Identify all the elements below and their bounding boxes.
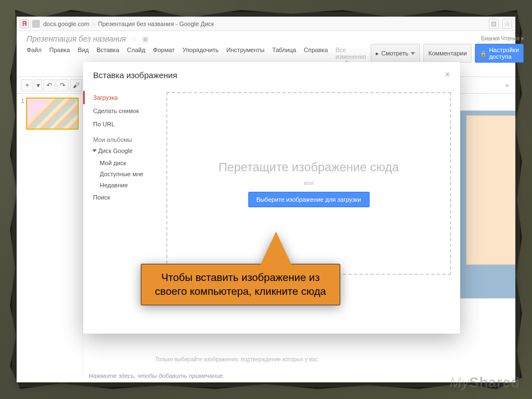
sidebar-item-url[interactable]: По URL <box>83 117 166 131</box>
folder-icon[interactable]: ▣ <box>142 35 149 43</box>
chevron-down-icon <box>411 52 415 55</box>
slide-preview <box>460 110 515 299</box>
breadcrumb-separator: › <box>93 21 95 27</box>
browser-address-bar: Я docs.google.com › Презентация без назв… <box>17 17 515 31</box>
star-outline-icon[interactable]: ☆ <box>130 34 137 43</box>
choose-file-button[interactable]: Выберите изображение для загрузки <box>248 192 370 207</box>
comments-button[interactable]: Комментарии <box>423 44 472 63</box>
dropzone-or: или <box>304 180 313 186</box>
new-slide-menu[interactable]: ▾ <box>34 79 42 91</box>
sidebar-item-snapshot[interactable]: Сделать снимок <box>83 104 166 117</box>
dropzone-text: Перетащите изображение сюда <box>218 160 399 175</box>
sidebar-item-albums[interactable]: Мои альбомы <box>83 131 166 144</box>
sidebar-item-drive[interactable]: Диск Google <box>83 144 166 157</box>
sidebar-item-search[interactable]: Поиск <box>83 191 166 204</box>
dialog-title: Вставка изображения <box>93 70 177 80</box>
undo-button[interactable]: ↶ <box>43 79 55 91</box>
image-rights-hint: Только выбирайте изображения, подтвержде… <box>155 356 504 362</box>
menu-edit[interactable]: Правка <box>49 47 70 73</box>
lock-icon: 🔒 <box>480 50 487 57</box>
yandex-logo-icon[interactable]: Я <box>20 19 29 28</box>
sidebar-item-my-drive[interactable]: Мой диск <box>83 157 166 168</box>
callout-text: Чтобы вставить изображение из своего ком… <box>141 264 340 305</box>
slide-thumbnails: 1 <box>17 94 83 382</box>
watermark: MyShared <box>449 374 520 391</box>
upload-dropzone[interactable]: Перетащите изображение сюда или Выберите… <box>166 92 451 275</box>
star-icon[interactable]: ☆ <box>502 19 512 29</box>
redo-button[interactable]: ↷ <box>57 79 69 91</box>
instruction-callout: Чтобы вставить изображение из своего ком… <box>141 264 340 305</box>
slide-thumbnail[interactable] <box>27 98 78 129</box>
caret-down-icon <box>93 150 97 152</box>
share-button[interactable]: 🔒Настройки доступа <box>475 44 524 63</box>
thumb-number: 1 <box>21 98 24 129</box>
sidebar-item-upload[interactable]: Загрузка <box>83 91 166 104</box>
shield-icon[interactable]: ⊟ <box>489 19 499 29</box>
sidebar-item-recent[interactable]: Недавние <box>83 180 166 191</box>
callout-arrow-icon <box>257 232 295 272</box>
menu-file[interactable]: Файл <box>27 47 42 73</box>
collapse-panel-icon[interactable]: » <box>503 77 511 94</box>
speaker-notes-placeholder[interactable]: Нажмите здесь, чтобы добавить примечание… <box>89 372 504 379</box>
present-button[interactable]: ▸Смотреть <box>371 44 420 63</box>
account-name[interactable]: Бианки Чтения ▾ <box>371 35 524 42</box>
site-favicon-icon <box>32 20 40 28</box>
paint-format-button[interactable]: 🖌 <box>70 79 82 91</box>
doc-title[interactable]: Презентация без названия <box>27 34 126 43</box>
address-tab-title: Презентация без названия - Google Диск <box>98 21 214 27</box>
new-slide-button[interactable]: + <box>21 79 33 91</box>
address-domain: docs.google.com <box>43 21 89 27</box>
sidebar-item-shared[interactable]: Доступные мне <box>83 168 166 180</box>
close-icon[interactable]: × <box>445 70 450 80</box>
